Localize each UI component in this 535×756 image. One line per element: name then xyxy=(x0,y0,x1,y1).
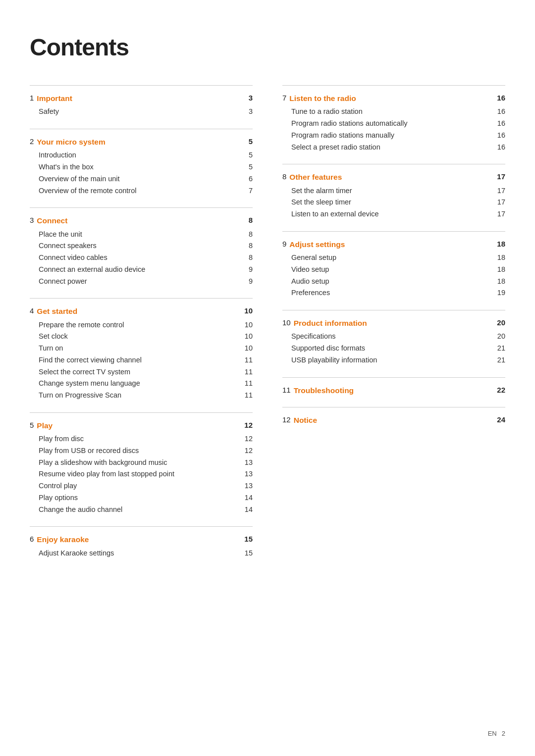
toc-item-page: 10 xyxy=(241,331,253,342)
toc-item-label: Play from USB or recored discs xyxy=(39,446,241,456)
section-number: 6 xyxy=(30,534,34,545)
section-title: Listen to the radio xyxy=(289,93,497,104)
toc-section: 11Troubleshooting22 xyxy=(282,377,505,396)
toc-item-page: 16 xyxy=(493,118,505,129)
toc-item-page: 16 xyxy=(493,142,505,153)
section-page: 22 xyxy=(497,385,505,396)
toc-item: Play a slideshow with background music13 xyxy=(30,457,253,469)
toc-left-column: 1Important3Safety32Your micro system5Int… xyxy=(30,85,253,570)
toc-item: Change system menu language11 xyxy=(30,378,253,390)
toc-item: Connect power9 xyxy=(30,276,253,288)
toc-section-header: 7Listen to the radio16 xyxy=(282,93,505,104)
toc-item: Select a preset radio station16 xyxy=(282,142,505,153)
toc-item: Connect speakers8 xyxy=(30,240,253,252)
toc-item-label: Overview of the remote control xyxy=(39,186,241,197)
toc-item-label: Play options xyxy=(39,493,241,504)
toc-section: 12Notice24 xyxy=(282,407,505,426)
toc-item: Connect an external audio device9 xyxy=(30,264,253,276)
toc-section: 6Enjoy karaoke15Adjust Karaoke settings1… xyxy=(30,526,253,559)
toc-item: Tune to a radio station16 xyxy=(282,106,505,118)
toc-item-page: 21 xyxy=(493,355,505,366)
section-title: Troubleshooting xyxy=(294,385,497,396)
toc-item: Play from disc12 xyxy=(30,433,253,445)
toc-item-page: 9 xyxy=(241,276,253,287)
toc-section-header: 5Play12 xyxy=(30,420,253,431)
toc-item: Overview of the main unit6 xyxy=(30,173,253,185)
toc-item-page: 5 xyxy=(241,150,253,161)
toc-item-page: 11 xyxy=(241,390,253,401)
toc-section: 1Important3Safety3 xyxy=(30,85,253,118)
section-title: Notice xyxy=(294,414,497,426)
toc-item-page: 6 xyxy=(241,174,253,185)
section-page: 12 xyxy=(244,420,253,431)
toc-item: Select the correct TV system11 xyxy=(30,366,253,378)
toc-section-header: 2Your micro system5 xyxy=(30,136,253,148)
section-title: Play xyxy=(37,420,244,431)
toc-section-header: 3Connect8 xyxy=(30,215,253,226)
toc-item: Introduction5 xyxy=(30,150,253,161)
toc-item-page: 12 xyxy=(241,434,253,445)
toc-item-page: 17 xyxy=(493,186,505,197)
toc-item: Turn on Progressive Scan11 xyxy=(30,390,253,402)
section-title: Adjust settings xyxy=(289,239,497,250)
toc-item-label: Overview of the main unit xyxy=(39,174,241,185)
section-number: 8 xyxy=(282,171,286,183)
toc-item-label: Connect speakers xyxy=(39,241,241,252)
toc-item-label: Connect power xyxy=(39,276,241,287)
toc-item-label: Turn on Progressive Scan xyxy=(39,390,241,401)
toc-section-header: 1Important3 xyxy=(30,93,253,104)
section-number: 7 xyxy=(282,93,286,104)
toc-item: Prepare the remote control10 xyxy=(30,319,253,331)
section-number: 12 xyxy=(282,414,291,426)
toc-item: Safety3 xyxy=(30,106,253,118)
toc-right-column: 7Listen to the radio16Tune to a radio st… xyxy=(282,85,505,570)
toc-section: 10Product information20Specifications20S… xyxy=(282,310,505,366)
toc-item: Find the correct viewing channel11 xyxy=(30,354,253,366)
toc-item-page: 20 xyxy=(493,331,505,342)
toc-item-label: What's in the box xyxy=(39,162,241,173)
toc-item: Connect video cables8 xyxy=(30,252,253,264)
footer-lang: EN xyxy=(488,729,497,739)
section-page: 5 xyxy=(249,136,253,148)
toc-item-label: Play from disc xyxy=(39,434,241,445)
toc-item-label: Specifications xyxy=(291,331,493,342)
toc-section-header: 10Product information20 xyxy=(282,317,505,329)
toc-item: Specifications20 xyxy=(282,331,505,343)
toc-item-label: Supported disc formats xyxy=(291,343,493,354)
section-number: 11 xyxy=(282,385,291,396)
section-page: 8 xyxy=(249,215,253,226)
toc-item-page: 11 xyxy=(241,355,253,366)
toc-item-page: 18 xyxy=(493,264,505,275)
toc-item-label: Safety xyxy=(39,106,241,117)
section-page: 20 xyxy=(497,317,505,329)
toc-item-label: Prepare the remote control xyxy=(39,320,241,331)
toc-section: 7Listen to the radio16Tune to a radio st… xyxy=(282,85,505,153)
toc-item-label: Change the audio channel xyxy=(39,504,241,515)
section-page: 18 xyxy=(497,239,505,250)
toc-item-label: Select a preset radio station xyxy=(291,142,493,153)
section-title: Connect xyxy=(37,215,248,226)
toc-section-header: 12Notice24 xyxy=(282,414,505,426)
section-page: 3 xyxy=(249,93,253,104)
toc-item: What's in the box5 xyxy=(30,161,253,173)
toc-item: Preferences19 xyxy=(282,287,505,299)
toc-item-label: Connect an external audio device xyxy=(39,264,241,275)
toc-item: Control play13 xyxy=(30,480,253,492)
toc-item-page: 14 xyxy=(241,493,253,504)
toc-item-page: 7 xyxy=(241,186,253,197)
toc-item: Overview of the remote control7 xyxy=(30,185,253,197)
toc-item: Place the unit8 xyxy=(30,229,253,241)
toc-item: Play from USB or recored discs12 xyxy=(30,445,253,457)
toc-item: Audio setup18 xyxy=(282,276,505,288)
section-number: 4 xyxy=(30,305,34,317)
toc-item-label: Preferences xyxy=(291,288,493,299)
toc-section: 2Your micro system5Introduction5What's i… xyxy=(30,129,253,197)
section-title: Other features xyxy=(289,171,497,183)
section-number: 1 xyxy=(30,93,34,104)
toc-item-page: 12 xyxy=(241,446,253,456)
section-page: 17 xyxy=(497,171,505,183)
toc-section-header: 8Other features17 xyxy=(282,171,505,183)
toc-item-label: Audio setup xyxy=(291,276,493,287)
section-title: Your micro system xyxy=(37,136,248,148)
toc-item: Change the audio channel14 xyxy=(30,504,253,516)
